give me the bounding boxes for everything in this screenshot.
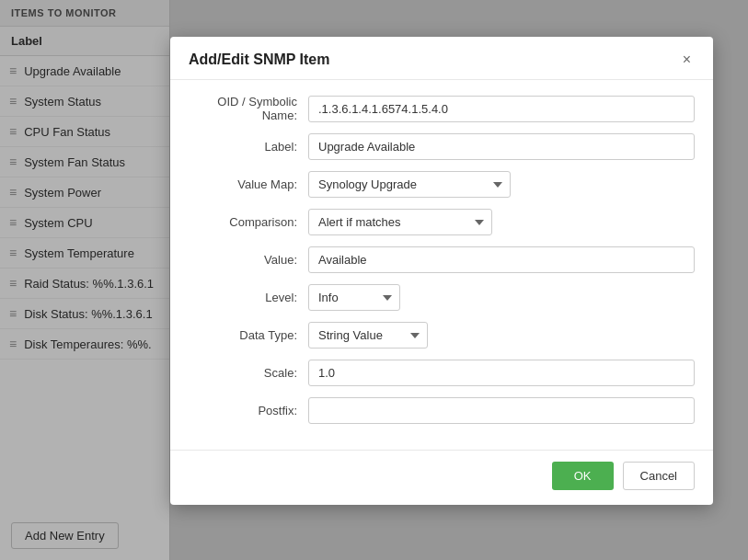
modal-title: Add/Edit SNMP Item	[189, 51, 330, 68]
scale-row: Scale:	[189, 360, 695, 386]
label-row: Label:	[189, 133, 695, 160]
value-map-row: Value Map: Synology Upgrade None	[189, 171, 695, 198]
modal-footer: OK Cancel	[170, 450, 713, 505]
modal-dialog: Add/Edit SNMP Item × OID / Symbolic Name…	[170, 37, 713, 505]
postfix-input[interactable]	[308, 397, 695, 424]
data-type-label: Data Type:	[189, 328, 308, 342]
oid-input[interactable]	[308, 96, 695, 122]
label-input[interactable]	[308, 133, 695, 160]
scale-input[interactable]	[308, 360, 695, 386]
modal-close-button[interactable]: ×	[679, 51, 695, 68]
comparison-label: Comparison:	[189, 215, 308, 229]
value-label: Value:	[189, 253, 308, 267]
oid-label: OID / Symbolic Name:	[189, 95, 308, 122]
label-label: Label:	[189, 140, 308, 154]
level-select[interactable]: Info Warning Critical OK	[308, 284, 400, 311]
postfix-row: Postfix:	[189, 397, 695, 424]
cancel-button[interactable]: Cancel	[623, 462, 695, 490]
data-type-row: Data Type: String Value Integer Float	[189, 322, 695, 349]
value-map-label: Value Map:	[189, 177, 308, 191]
modal-header: Add/Edit SNMP Item ×	[170, 37, 713, 80]
value-row: Value:	[189, 246, 695, 273]
value-map-select[interactable]: Synology Upgrade None	[308, 171, 511, 198]
comparison-select[interactable]: Alert if matches Alert if not matches Gr…	[308, 209, 492, 235]
comparison-row: Comparison: Alert if matches Alert if no…	[189, 209, 695, 235]
oid-row: OID / Symbolic Name:	[189, 95, 695, 122]
value-input[interactable]	[308, 246, 695, 273]
ok-button[interactable]: OK	[552, 462, 614, 490]
scale-label: Scale:	[189, 366, 308, 380]
postfix-label: Postfix:	[189, 404, 308, 417]
level-row: Level: Info Warning Critical OK	[189, 284, 695, 311]
level-label: Level:	[189, 291, 308, 304]
data-type-select[interactable]: String Value Integer Float	[308, 322, 428, 349]
modal-body: OID / Symbolic Name: Label: Value Map: S…	[170, 80, 713, 450]
